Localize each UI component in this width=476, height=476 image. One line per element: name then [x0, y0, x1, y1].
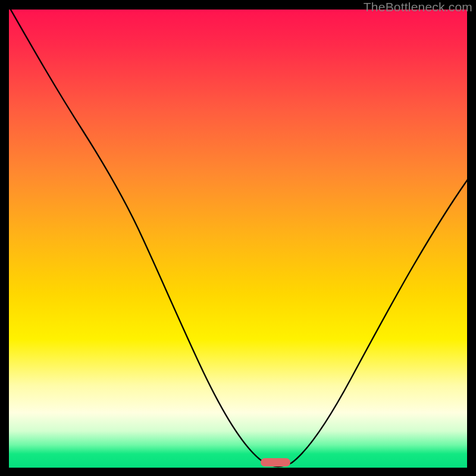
plot-area — [9, 10, 467, 468]
bottleneck-curve-svg — [9, 10, 467, 468]
bottleneck-curve-path — [9, 10, 467, 466]
optimal-marker-pill — [261, 458, 290, 466]
watermark-text: TheBottleneck.com — [364, 0, 472, 14]
chart-frame: TheBottleneck.com — [0, 0, 476, 476]
